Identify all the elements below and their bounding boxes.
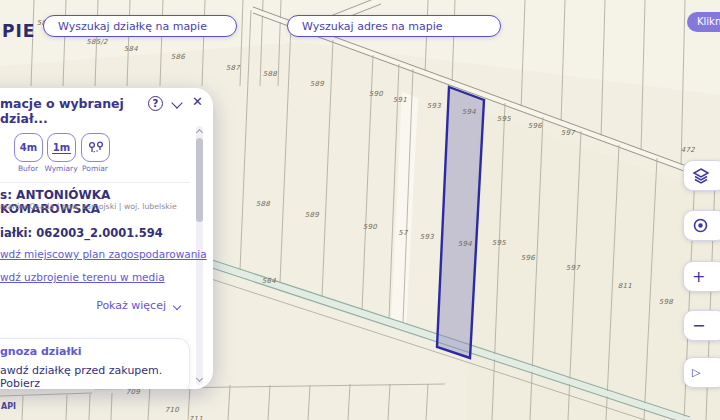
- measure-tool-button[interactable]: [81, 133, 110, 162]
- show-more-chevron-icon[interactable]: [173, 302, 181, 310]
- diagnosis-text[interactable]: awdź działkę przed zakupem. Pobierz: [0, 364, 200, 389]
- utilities-link[interactable]: wdź uzbrojenie terenu w media: [0, 271, 210, 283]
- parcel-label: 596: [521, 254, 535, 262]
- parcel-label: 588: [256, 200, 270, 208]
- parcel-label: 591: [393, 96, 407, 104]
- measure-tool-label: Pomiar: [75, 164, 115, 173]
- cta-button[interactable]: Kliknij c: [687, 12, 720, 32]
- address-subtitle: marów-Osada | pow. zamojski | woj. lubel…: [0, 202, 200, 211]
- parcel-label: 593: [420, 233, 434, 241]
- parcel-label: 597: [566, 264, 580, 272]
- show-more-button[interactable]: Pokaż więcej: [70, 299, 166, 312]
- ruler-1m-icon: 1m: [52, 142, 71, 154]
- parcel-label: 593: [427, 102, 441, 110]
- divider: [0, 182, 190, 183]
- zoom-out-button[interactable]: −: [683, 310, 720, 341]
- parcel-info-panel: macje o wybranej dział... ? ✕ t 4m Bufor…: [0, 88, 213, 389]
- parcel-label: 587: [226, 64, 240, 72]
- help-icon[interactable]: ?: [148, 96, 163, 111]
- layers-button[interactable]: [683, 160, 720, 191]
- parcel-id: iałki: 062003_2.0001.594: [0, 226, 200, 240]
- parcel-label: 57: [398, 229, 408, 237]
- parcel-label: 564: [262, 277, 276, 285]
- layers-icon: [692, 167, 710, 185]
- parcel-label: 711: [189, 415, 203, 420]
- zoning-plan-link[interactable]: wdź miejscowy plan zagospodarowania: [0, 248, 210, 260]
- parcel-label: 584: [124, 45, 138, 53]
- parcel-label: 597: [561, 129, 575, 137]
- play-arrow-icon: ▷: [692, 367, 700, 378]
- parcel-label: 595: [497, 115, 511, 123]
- buffer-tool-button[interactable]: 4m: [14, 133, 43, 162]
- search-address-input[interactable]: [287, 15, 501, 37]
- parcel-label: 596: [528, 122, 542, 130]
- parcel-label: 590: [369, 90, 383, 98]
- parcel-label: 811: [618, 282, 632, 290]
- parcel-label: 594: [462, 108, 476, 116]
- parcel-label: 709: [126, 388, 140, 396]
- minus-icon: −: [692, 318, 705, 334]
- parcel-label: 472: [681, 146, 695, 154]
- diagnosis-title: gnoza działki: [0, 345, 190, 358]
- parcel-label: 588: [263, 70, 277, 78]
- app-logo[interactable]: PIE: [2, 21, 35, 41]
- parcel-label: 586: [171, 53, 185, 61]
- panel-title: macje o wybranej dział...: [0, 96, 140, 126]
- crosshair-target-icon: [692, 217, 709, 234]
- parcel-label: 589: [310, 80, 324, 88]
- chevron-down-icon[interactable]: [171, 97, 182, 108]
- pan-button[interactable]: ▷: [683, 357, 720, 388]
- parcel-label: 585/2: [86, 38, 108, 46]
- close-icon[interactable]: ✕: [192, 94, 203, 109]
- search-parcel-input[interactable]: [43, 15, 237, 37]
- dimensions-tool-button[interactable]: 1m: [47, 133, 76, 162]
- buffer-4m-icon: 4m: [20, 142, 37, 153]
- parcel-label: 710: [165, 406, 179, 414]
- map-attribution: API: [1, 402, 16, 411]
- parcel-label: 589: [305, 211, 319, 219]
- map-pins-icon: [88, 141, 104, 155]
- parcel-label: 595: [492, 239, 506, 247]
- parcel-label: 590: [363, 223, 377, 231]
- plus-icon: +: [692, 269, 705, 285]
- locate-button[interactable]: [683, 210, 720, 241]
- parcel-label: 594: [458, 240, 472, 248]
- zoom-in-button[interactable]: +: [683, 261, 720, 292]
- parcel-label: 598: [659, 298, 673, 306]
